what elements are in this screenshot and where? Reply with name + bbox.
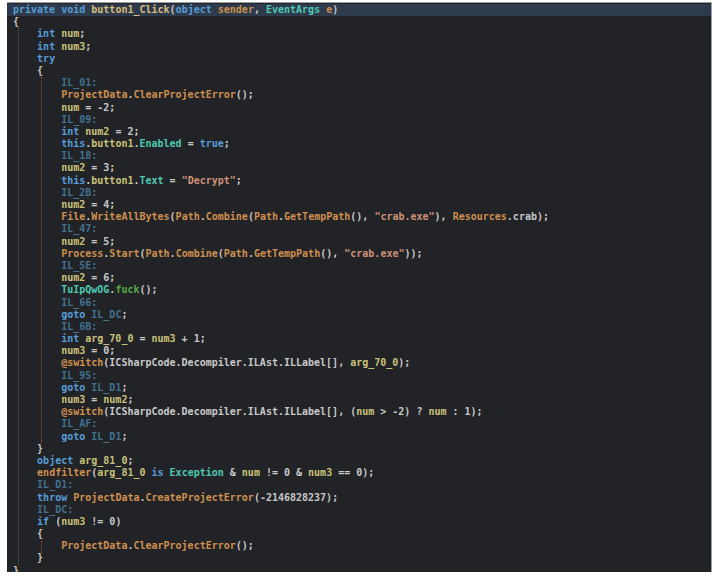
code-line: goto IL_D1; bbox=[7, 382, 711, 394]
code-line: goto IL_D1; bbox=[7, 431, 711, 443]
code-line: goto IL_DC; bbox=[7, 309, 711, 321]
code-line: int arg_70_0 = num3 + 1; bbox=[7, 333, 711, 345]
code-line: IL_95: bbox=[7, 370, 711, 382]
code-line: @switch(ICSharpCode.Decompiler.ILAst.ILL… bbox=[7, 357, 711, 369]
code-line: num2 = 6; bbox=[7, 272, 711, 284]
code-editor-window: private void button1_Click(object sender… bbox=[7, 2, 712, 572]
code-line: num = -2; bbox=[7, 102, 711, 114]
code-line: File.WriteAllBytes(Path.Combine(Path.Get… bbox=[7, 211, 711, 223]
code-line: this.button1.Enabled = true; bbox=[7, 138, 711, 150]
code-line: { bbox=[7, 528, 711, 540]
code-line: } bbox=[7, 552, 711, 564]
code-line: TuIpQwOG.fuck(); bbox=[7, 284, 711, 296]
code-line: int num; bbox=[7, 28, 711, 40]
code-line: endfilter(arg_81_0 is Exception & num !=… bbox=[7, 467, 711, 479]
code-line: object arg_81_0; bbox=[7, 455, 711, 467]
code-line: IL_47: bbox=[7, 223, 711, 235]
code-line: Process.Start(Path.Combine(Path.GetTempP… bbox=[7, 248, 711, 260]
code-line: IL_18: bbox=[7, 150, 711, 162]
code-line: ProjectData.ClearProjectError(); bbox=[7, 540, 711, 552]
code-line: { bbox=[7, 16, 711, 28]
code-line: if (num3 != 0) bbox=[7, 516, 711, 528]
code-line: IL_DC: bbox=[7, 504, 711, 516]
code-line: IL_5E: bbox=[7, 260, 711, 272]
code-line: num2 = 4; bbox=[7, 199, 711, 211]
code-line: IL_AF: bbox=[7, 418, 711, 430]
code-line: IL_66: bbox=[7, 297, 711, 309]
code-line: num3 = num2; bbox=[7, 394, 711, 406]
code-line: try bbox=[7, 53, 711, 65]
code-line: } bbox=[7, 443, 711, 455]
code-line: IL_09: bbox=[7, 114, 711, 126]
code-line: num2 = 5; bbox=[7, 236, 711, 248]
code-line: this.button1.Text = "Decrypt"; bbox=[7, 175, 711, 187]
code-line: throw ProjectData.CreateProjectError(-21… bbox=[7, 492, 711, 504]
code-line: IL_01: bbox=[7, 77, 711, 89]
code-line: IL_2B: bbox=[7, 187, 711, 199]
code-line: int num2 = 2; bbox=[7, 126, 711, 138]
code-line: IL_6B: bbox=[7, 321, 711, 333]
code-line: int num3; bbox=[7, 41, 711, 53]
code-line: ProjectData.ClearProjectError(); bbox=[7, 89, 711, 101]
code-line: num2 = 3; bbox=[7, 162, 711, 174]
code-lines[interactable]: private void button1_Click(object sender… bbox=[7, 4, 711, 572]
code-line: @switch(ICSharpCode.Decompiler.ILAst.ILL… bbox=[7, 406, 711, 418]
code-line: { bbox=[7, 65, 711, 77]
code-line: IL_D1: bbox=[7, 479, 711, 491]
code-line: private void button1_Click(object sender… bbox=[7, 4, 711, 16]
code-line: num3 = 0; bbox=[7, 345, 711, 357]
code-line: } bbox=[7, 565, 711, 572]
